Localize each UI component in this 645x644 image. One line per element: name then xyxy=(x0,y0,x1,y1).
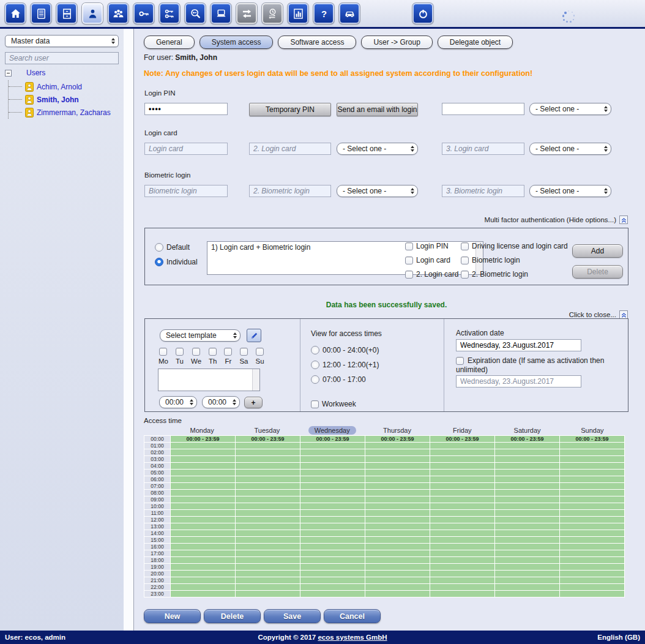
access-slot-cell[interactable] xyxy=(300,496,365,503)
access-slot-cell[interactable] xyxy=(495,449,559,455)
access-slot-cell[interactable] xyxy=(236,557,300,563)
access-slot-cell[interactable] xyxy=(495,456,559,462)
access-slot-cell[interactable] xyxy=(236,523,300,530)
access-slot-cell[interactable] xyxy=(236,503,300,509)
access-slot-cell[interactable] xyxy=(236,517,300,523)
access-slot-cell[interactable] xyxy=(430,523,494,530)
access-slot-cell[interactable] xyxy=(365,550,430,556)
access-slot-cell[interactable] xyxy=(430,584,494,590)
access-slot-cell[interactable] xyxy=(171,476,235,482)
access-slot-cell[interactable] xyxy=(430,591,494,597)
access-slot-cell[interactable] xyxy=(171,544,235,550)
view-option-radio[interactable]: 07:00 - 17:00 xyxy=(311,375,379,384)
access-slot-cell[interactable]: 00:00 - 23:59 xyxy=(365,436,430,442)
access-slot-cell[interactable] xyxy=(236,490,300,496)
collapse-expander-icon[interactable] xyxy=(5,70,12,77)
access-slot-cell[interactable] xyxy=(560,550,624,556)
checkbox-icon[interactable] xyxy=(461,242,469,250)
mfa-option-2-biometric-login[interactable]: 2. Biometric login xyxy=(461,270,568,279)
access-slot-cell[interactable] xyxy=(300,517,365,523)
access-slot-cell[interactable]: 00:00 - 23:59 xyxy=(171,436,235,442)
access-slot-cell[interactable] xyxy=(495,470,559,476)
access-slot-cell[interactable] xyxy=(430,530,494,536)
checkbox-icon[interactable] xyxy=(405,242,413,250)
access-slot-cell[interactable] xyxy=(365,537,430,543)
access-slot-cell[interactable] xyxy=(171,550,235,556)
access-slot-cell[interactable] xyxy=(365,584,430,590)
tab-delegate-object[interactable]: Delegate object xyxy=(438,36,513,49)
access-slot-cell[interactable] xyxy=(236,530,300,536)
access-slot-cell[interactable] xyxy=(300,591,365,597)
access-slot-cell[interactable] xyxy=(300,557,365,563)
access-slot-cell[interactable] xyxy=(560,483,624,489)
access-slot-cell[interactable] xyxy=(560,476,624,482)
access-slot-cell[interactable] xyxy=(300,577,365,583)
access-slot-cell[interactable] xyxy=(236,510,300,516)
access-slot-cell[interactable] xyxy=(365,517,430,523)
access-slot-cell[interactable] xyxy=(365,510,430,516)
access-slot-cell[interactable] xyxy=(300,463,365,469)
access-slot-cell[interactable] xyxy=(560,503,624,509)
access-slot-cell[interactable] xyxy=(365,470,430,476)
tab-system-access[interactable]: System access xyxy=(199,36,274,49)
checkbox-icon[interactable] xyxy=(461,256,469,264)
access-slot-cell[interactable] xyxy=(495,510,559,516)
access-slot-cell[interactable] xyxy=(560,591,624,597)
mfa-add-button[interactable]: Add xyxy=(572,244,623,258)
search-key-icon-button[interactable] xyxy=(185,3,206,24)
access-slot-cell[interactable] xyxy=(236,470,300,476)
access-slot-cell[interactable] xyxy=(560,456,624,462)
access-slot-cell[interactable] xyxy=(365,571,430,577)
weekday-th[interactable]: Th xyxy=(209,348,217,365)
access-slot-cell[interactable] xyxy=(560,544,624,550)
tree-user-item[interactable]: Zimmerman, Zacharas xyxy=(9,106,124,119)
search-input[interactable] xyxy=(5,52,119,64)
biometric-select-3[interactable]: - Select one - xyxy=(529,185,611,197)
access-slot-cell[interactable] xyxy=(300,510,365,516)
weekday-mo[interactable]: Mo xyxy=(158,348,168,365)
login-card-select-2[interactable]: - Select one - xyxy=(337,143,418,155)
workweek-checkbox-row[interactable]: Workweek xyxy=(311,400,356,408)
day-header-wednesday[interactable]: Wednesday xyxy=(300,427,365,434)
expiration-checkbox-row[interactable]: Expiration date (If same as activation t… xyxy=(456,356,606,375)
tree-user-item[interactable]: Smith, John xyxy=(9,93,124,106)
login-pin-input[interactable] xyxy=(144,103,228,115)
access-slot-cell[interactable] xyxy=(236,584,300,590)
access-slot-cell[interactable] xyxy=(495,483,559,489)
access-slot-cell[interactable] xyxy=(365,544,430,550)
access-slot-cell[interactable] xyxy=(560,449,624,455)
activation-date-input[interactable] xyxy=(456,339,581,351)
access-slot-cell[interactable] xyxy=(560,496,624,503)
login-card-input-3[interactable] xyxy=(442,143,524,155)
keys-icon-button[interactable] xyxy=(159,3,180,24)
access-slot-cell[interactable] xyxy=(300,470,365,476)
cancel-button[interactable]: Cancel xyxy=(324,609,381,623)
access-slot-cell[interactable] xyxy=(495,503,559,509)
user-info-icon-button[interactable] xyxy=(82,3,103,24)
access-slot-cell[interactable] xyxy=(171,456,235,462)
access-slot-cell[interactable] xyxy=(495,584,559,590)
access-slot-cell[interactable] xyxy=(560,463,624,469)
click-to-close-label[interactable]: Click to close... xyxy=(569,311,616,318)
mfa-option-login-pin[interactable]: Login PIN xyxy=(405,242,458,250)
checkbox-icon[interactable] xyxy=(224,348,232,356)
radio-selected-icon[interactable] xyxy=(155,258,163,266)
day-header-thursday[interactable]: Thursday xyxy=(365,427,430,434)
access-slot-cell[interactable] xyxy=(560,564,624,570)
access-slot-cell[interactable] xyxy=(430,456,494,462)
biometric-input-2[interactable] xyxy=(249,185,331,197)
access-slot-cell[interactable] xyxy=(300,503,365,509)
login-card-select-3[interactable]: - Select one - xyxy=(529,143,611,155)
tab-user-group[interactable]: User -> Group xyxy=(361,36,432,49)
power-button[interactable] xyxy=(412,3,433,24)
access-slot-cell[interactable]: 00:00 - 23:59 xyxy=(300,436,365,442)
access-times-list[interactable] xyxy=(158,369,260,391)
tab-general[interactable]: General xyxy=(144,36,195,49)
access-slot-cell[interactable] xyxy=(365,591,430,597)
day-header-tuesday[interactable]: Tuesday xyxy=(234,427,299,434)
access-slot-cell[interactable] xyxy=(495,490,559,496)
access-slot-cell[interactable] xyxy=(300,456,365,462)
access-slot-cell[interactable] xyxy=(430,443,494,449)
save-button[interactable]: Save xyxy=(264,609,321,623)
weekday-fr[interactable]: Fr xyxy=(224,348,232,365)
